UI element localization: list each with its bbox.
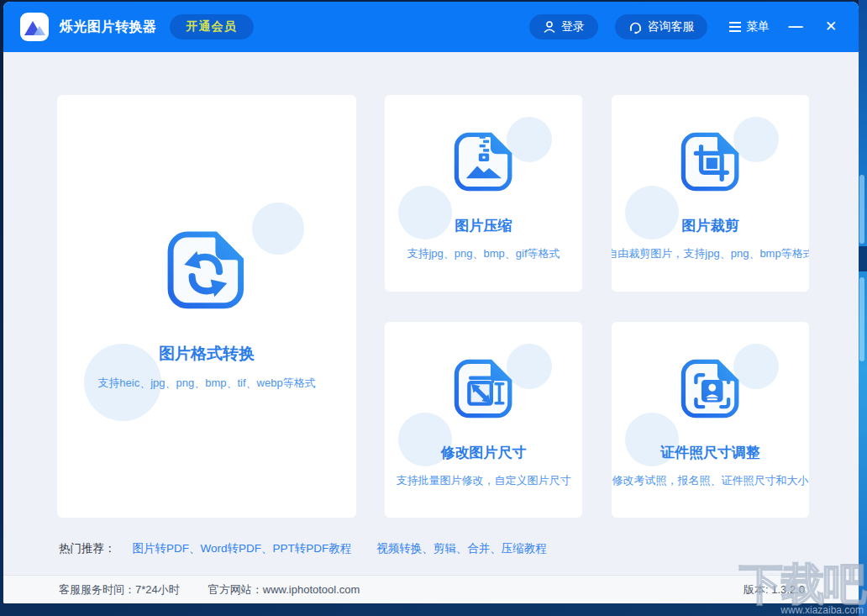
app-title: 烁光图片转换器 — [60, 18, 157, 36]
card-subtitle: 自由裁剪图片，支持jpg、png、bmp等格式 — [612, 246, 809, 261]
logo-mountain-small — [34, 26, 45, 35]
hot-link-pdf-tutorials[interactable]: 图片转PDF、Word转PDF、PPT转PDF教程 — [133, 541, 352, 556]
minimize-button[interactable]: — — [786, 18, 805, 36]
hot-recommend-row: 热门推荐： 图片转PDF、Word转PDF、PPT转PDF教程 视频转换、剪辑、… — [59, 541, 547, 556]
decor-circle — [252, 203, 304, 255]
file-idphoto-icon — [674, 352, 748, 426]
open-vip-label: 开通会员 — [187, 19, 237, 34]
app-window: 烁光图片转换器 开通会员 登录 咨询客服 — [3, 2, 859, 603]
main-area: 图片格式转换 支持heic、jpg、png、bmp、tif、webp等格式 — [3, 52, 859, 575]
card-title: 证件照尺寸调整 — [660, 443, 760, 462]
card-image-resize[interactable]: 修改图片尺寸 支持批量图片修改，自定义图片尺寸 — [385, 322, 582, 518]
hamburger-icon — [729, 22, 741, 32]
card-title: 图片裁剪 — [682, 216, 739, 235]
footer-bar: 客服服务时间：7*24小时 官方网站：www.iphototool.com 版本… — [3, 575, 859, 603]
file-swap-icon — [158, 222, 255, 319]
service-time-text: 客服服务时间：7*24小时 — [59, 582, 180, 598]
desktop-edge-right — [859, 0, 867, 616]
close-button[interactable]: ✕ — [822, 18, 840, 36]
login-button[interactable]: 登录 — [529, 14, 598, 39]
card-title: 修改图片尺寸 — [441, 443, 527, 462]
titlebar-right: 登录 咨询客服 菜单 — ✕ — [529, 14, 840, 39]
card-subtitle: 支持heic、jpg、png、bmp、tif、webp等格式 — [97, 376, 315, 391]
card-image-crop[interactable]: 图片裁剪 自由裁剪图片，支持jpg、png、bmp等格式 — [612, 95, 809, 292]
hot-link-video-tutorials[interactable]: 视频转换、剪辑、合并、压缩教程 — [376, 541, 547, 556]
file-zip-icon — [447, 125, 521, 199]
desktop-notch — [859, 246, 867, 271]
login-label: 登录 — [561, 19, 585, 34]
card-subtitle: 支持jpg、png、bmp、gif等格式 — [407, 246, 560, 261]
official-website-link[interactable]: 官方网站：www.iphototool.com — [208, 582, 360, 598]
file-resize-icon — [447, 352, 521, 426]
watermark-url: www.xiazaiba.com — [780, 604, 864, 616]
card-image-compress[interactable]: 图片压缩 支持jpg、png、bmp、gif等格式 — [385, 95, 582, 292]
desktop-streak — [859, 277, 864, 361]
customer-service-label: 咨询客服 — [648, 19, 695, 34]
card-subtitle: 支持批量图片修改，自定义图片尺寸 — [397, 473, 571, 488]
decor-circle — [398, 186, 452, 240]
card-title: 图片格式转换 — [159, 343, 255, 365]
hot-recommend-label: 热门推荐： — [59, 541, 116, 556]
card-idphoto-resize[interactable]: 证件照尺寸调整 修改考试照，报名照、证件照尺寸和大小 — [612, 322, 809, 518]
app-logo-icon — [20, 13, 49, 41]
customer-service-button[interactable]: 咨询客服 — [615, 14, 707, 39]
titlebar: 烁光图片转换器 开通会员 登录 咨询客服 — [3, 2, 859, 52]
card-image-format-convert[interactable]: 图片格式转换 支持heic、jpg、png、bmp、tif、webp等格式 — [57, 95, 356, 518]
headset-icon — [628, 20, 643, 34]
menu-label: 菜单 — [746, 19, 770, 34]
user-icon — [543, 20, 556, 34]
decor-circle — [625, 186, 679, 240]
version-text: 版本: 1.3.2.0 — [744, 582, 805, 598]
menu-button[interactable]: 菜单 — [729, 19, 770, 34]
file-crop-icon — [674, 125, 748, 199]
desktop-streak — [859, 175, 864, 244]
card-title: 图片压缩 — [455, 216, 512, 235]
card-subtitle: 修改考试照，报名照、证件照尺寸和大小 — [612, 473, 809, 488]
open-vip-button[interactable]: 开通会员 — [170, 14, 254, 39]
